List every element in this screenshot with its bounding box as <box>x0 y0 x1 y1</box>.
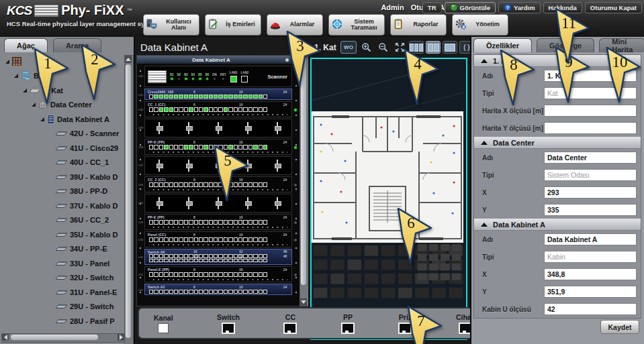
rack-port[interactable] <box>174 259 178 263</box>
rack-port[interactable] <box>218 254 222 258</box>
rack-port[interactable] <box>149 254 153 258</box>
tab-özellikler[interactable]: Özellikler <box>473 38 532 52</box>
rack-port[interactable] <box>248 237 252 242</box>
rack-port[interactable] <box>224 259 228 263</box>
rack-port[interactable] <box>218 95 222 99</box>
rack-port[interactable] <box>259 107 263 112</box>
rack-port[interactable] <box>228 145 232 150</box>
rack-port[interactable] <box>179 145 183 150</box>
rack-port[interactable] <box>184 182 188 187</box>
rack-port[interactable] <box>263 272 267 277</box>
rack-port[interactable] <box>214 254 218 258</box>
collapse-icon[interactable] <box>481 223 488 227</box>
expander-icon[interactable] <box>5 60 9 64</box>
rack-port[interactable] <box>238 145 242 150</box>
rack-port[interactable] <box>228 259 232 263</box>
rack-port[interactable] <box>218 182 222 187</box>
rack-port[interactable] <box>199 182 203 187</box>
rack-port[interactable] <box>184 290 188 294</box>
rack-port[interactable] <box>199 259 203 263</box>
rack-port[interactable] <box>253 145 257 150</box>
rack-port[interactable] <box>189 182 193 187</box>
tree-node-42u-scanner[interactable]: 42U - Scanner <box>1 127 124 141</box>
rack-unit-switch-a2[interactable]: U29Switch A281624 <box>144 284 292 295</box>
rack-port[interactable] <box>164 237 168 242</box>
tree-node-33u-panel[interactable]: 33U - Panel <box>1 256 124 271</box>
rack-port[interactable] <box>248 145 252 150</box>
rack-port[interactable] <box>263 290 267 294</box>
tree-node-32u-switch[interactable]: 32U - Switch <box>1 271 124 286</box>
rack-port[interactable] <box>234 259 238 263</box>
rack-port[interactable] <box>174 145 178 150</box>
rack-port[interactable] <box>228 95 232 99</box>
rack-port[interactable] <box>154 182 158 187</box>
rack-port[interactable] <box>209 259 213 263</box>
rack-port[interactable] <box>234 145 238 150</box>
rack-unit-pp-e-pp-[interactable]: U34PP-E (PP)81624 <box>144 214 292 230</box>
rack-port[interactable] <box>194 272 198 277</box>
rack-port[interactable] <box>189 272 193 277</box>
close-icon[interactable]: × <box>291 57 297 63</box>
rack-port[interactable] <box>238 182 242 187</box>
rack-port[interactable] <box>214 220 218 225</box>
tree-node-39u-kablo-d[interactable]: 39U - Kablo D <box>1 170 124 184</box>
rack-port[interactable] <box>238 107 242 112</box>
tree-node-35u-kablo-d[interactable]: 35U - Kablo D <box>1 227 124 242</box>
rack-port[interactable] <box>154 95 158 99</box>
rack-port[interactable] <box>174 220 178 225</box>
rack-port[interactable] <box>209 254 213 258</box>
rack-port[interactable] <box>234 95 238 99</box>
rack-port[interactable] <box>234 182 238 187</box>
rack-unit-panel-cc-[interactable]: U33Panel (CC)81624 <box>144 231 292 247</box>
rack-port[interactable] <box>159 254 163 258</box>
collapse-icon[interactable] <box>481 59 488 63</box>
rack-port[interactable] <box>154 290 158 294</box>
rack-port[interactable] <box>189 254 193 258</box>
rack-port[interactable] <box>218 145 222 150</box>
rack-port[interactable] <box>194 107 198 112</box>
rack-port[interactable] <box>243 107 247 112</box>
rack-port[interactable] <box>263 220 267 225</box>
rack-port[interactable] <box>149 220 153 225</box>
tab-gösterge[interactable]: Gösterge <box>537 38 594 52</box>
rack-port[interactable] <box>203 145 208 150</box>
rack-port[interactable] <box>253 182 257 187</box>
rack-port[interactable] <box>184 145 188 150</box>
rack-port[interactable] <box>184 254 188 258</box>
rack-port[interactable] <box>224 290 228 294</box>
rack-port[interactable] <box>224 107 228 112</box>
nav-button-i-emirleri[interactable]: İş Emirleri <box>205 14 261 36</box>
nav-button-kullan-c-alan-[interactable]: Kullanıcı Alanı <box>143 14 199 36</box>
tree-node-41u-cisco29[interactable]: 41U - Cisco29 <box>1 141 124 156</box>
rack-port[interactable] <box>238 272 242 277</box>
rack-port[interactable] <box>224 182 228 187</box>
rack-port[interactable] <box>218 220 222 225</box>
rack-port[interactable] <box>174 272 178 277</box>
field-input-adı[interactable] <box>544 233 637 245</box>
rack-port[interactable] <box>164 290 168 294</box>
rack-port[interactable] <box>159 272 163 277</box>
rack-port[interactable] <box>159 220 163 225</box>
rack-port[interactable] <box>238 95 242 99</box>
rack-port[interactable] <box>243 290 247 294</box>
rack-port[interactable] <box>199 254 203 258</box>
rack-port[interactable] <box>154 272 158 277</box>
session-button-g-r-nt-le[interactable]: Görüntüle <box>445 2 496 13</box>
scroll-thumb[interactable] <box>301 57 306 285</box>
rack-port[interactable] <box>203 237 208 242</box>
rack-port[interactable] <box>154 145 158 150</box>
floorplan-viewport[interactable] <box>310 58 467 340</box>
rack-port[interactable] <box>238 290 242 294</box>
field-input-x[interactable] <box>544 186 637 198</box>
section-header-data-kabinet-a[interactable]: Data Kabinet A <box>474 219 641 231</box>
rack-port[interactable] <box>209 220 213 225</box>
rack-port[interactable] <box>203 220 208 225</box>
rack-port[interactable] <box>203 95 208 99</box>
tree-node-data-kabinet-a[interactable]: Data Kabinet A <box>1 112 124 127</box>
rack-port[interactable] <box>248 259 252 263</box>
rack-unit-cisco2960-100[interactable]: U41Cisco2960_10081624 <box>144 89 292 100</box>
rack-port[interactable] <box>194 95 198 99</box>
field-input-adı[interactable] <box>544 152 637 164</box>
rack-port[interactable] <box>149 237 153 242</box>
rack-port[interactable] <box>209 95 213 99</box>
